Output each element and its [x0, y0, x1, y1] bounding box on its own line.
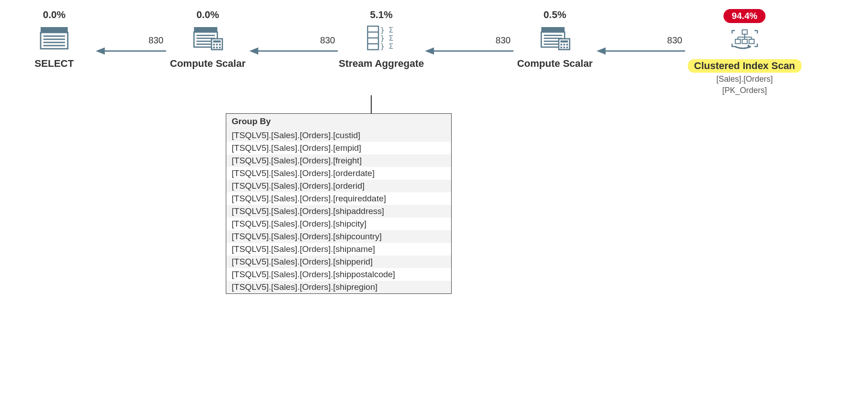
arrow-left-icon — [248, 47, 339, 56]
svg-rect-44 — [560, 47, 562, 48]
cost-label: 0.5% — [544, 9, 566, 21]
node-label: SELECT — [35, 58, 74, 70]
node-label: Compute Scalar — [517, 58, 593, 70]
group-by-column: [TSQLV5].[Sales].[Orders].[shippostalcod… — [226, 268, 451, 281]
execution-plan-row: 0.0% SELECT 830 0.0% — [14, 9, 854, 95]
plan-node-select[interactable]: 0.0% SELECT — [14, 9, 95, 70]
group-by-column: [TSQLV5].[Sales].[Orders].[shipregion] — [226, 281, 451, 293]
svg-text:} Σ: } Σ — [380, 42, 393, 51]
svg-rect-46 — [566, 47, 568, 48]
plan-node-stream-aggregate[interactable]: 5.1% } Σ } Σ } Σ Stream Aggregate — [339, 9, 424, 70]
svg-marker-32 — [425, 47, 434, 55]
group-by-column: [TSQLV5].[Sales].[Orders].[shipaddress] — [226, 205, 451, 218]
arrow: 830 — [248, 9, 339, 56]
group-by-column: [TSQLV5].[Sales].[Orders].[shipperid] — [226, 256, 451, 268]
svg-rect-17 — [216, 44, 218, 46]
group-by-column: [TSQLV5].[Sales].[Orders].[shipcity] — [226, 218, 451, 230]
row-count: 830 — [667, 35, 682, 46]
svg-rect-41 — [560, 44, 562, 46]
svg-rect-1 — [41, 33, 68, 49]
svg-rect-18 — [219, 44, 221, 46]
svg-rect-19 — [213, 47, 215, 48]
object-name: [Sales].[Orders] — [716, 74, 773, 84]
svg-rect-49 — [742, 30, 747, 34]
cost-badge: 94.4% — [723, 9, 765, 23]
svg-rect-8 — [194, 27, 218, 32]
arrow-left-icon — [95, 47, 167, 56]
cost-label: 0.0% — [43, 9, 65, 21]
svg-marker-23 — [249, 47, 258, 55]
svg-rect-56 — [742, 39, 747, 44]
group-by-column: [TSQLV5].[Sales].[Orders].[custid] — [226, 129, 451, 142]
row-count: 830 — [320, 35, 335, 46]
arrow: 830 — [424, 9, 514, 56]
cost-label: 0.0% — [196, 9, 219, 21]
group-by-detail: Group By [TSQLV5].[Sales].[Orders].[cust… — [226, 113, 452, 294]
index-name: [PK_Orders] — [722, 86, 767, 95]
plan-node-clustered-index-scan[interactable]: 94.4% Clustered Index Scan [Sales].[Orde… — [686, 9, 803, 95]
group-by-column: [TSQLV5].[Sales].[Orders].[freight] — [226, 154, 451, 167]
select-icon — [38, 24, 70, 51]
group-by-column: [TSQLV5].[Sales].[Orders].[requireddate] — [226, 192, 451, 205]
svg-text:} Σ: } Σ — [380, 34, 393, 42]
arrow: 830 — [95, 9, 167, 56]
detail-header: Group By — [226, 114, 451, 129]
svg-rect-57 — [749, 39, 754, 44]
svg-rect-33 — [541, 27, 565, 32]
svg-rect-40 — [560, 41, 568, 43]
plan-node-compute-scalar-1[interactable]: 0.0% Compute Scalar — [167, 9, 248, 70]
svg-rect-55 — [735, 39, 740, 44]
group-by-column: [TSQLV5].[Sales].[Orders].[empid] — [226, 142, 451, 154]
group-by-column: [TSQLV5].[Sales].[Orders].[orderid] — [226, 180, 451, 192]
node-label: Stream Aggregate — [339, 58, 424, 70]
connector-line — [14, 95, 691, 113]
svg-rect-16 — [213, 44, 215, 46]
row-count: 830 — [495, 35, 510, 46]
clustered-index-scan-icon — [728, 26, 761, 53]
stream-aggregate-icon: } Σ } Σ } Σ — [365, 24, 397, 51]
compute-scalar-icon — [191, 24, 224, 51]
arrow-left-icon — [424, 47, 514, 56]
svg-text:} Σ: } Σ — [380, 26, 393, 34]
group-by-column: [TSQLV5].[Sales].[Orders].[shipcountry] — [226, 230, 451, 243]
compute-scalar-icon — [539, 24, 571, 51]
row-count: 830 — [149, 35, 163, 46]
group-by-column: [TSQLV5].[Sales].[Orders].[orderdate] — [226, 167, 451, 180]
svg-rect-20 — [216, 47, 218, 48]
svg-rect-43 — [566, 44, 568, 46]
svg-marker-48 — [597, 47, 606, 55]
svg-rect-42 — [563, 44, 565, 46]
arrow: 830 — [596, 9, 686, 56]
svg-rect-21 — [219, 47, 221, 48]
svg-rect-45 — [563, 47, 565, 48]
cost-label: 5.1% — [370, 9, 392, 21]
plan-node-compute-scalar-2[interactable]: 0.5% Compute Scalar — [514, 9, 596, 70]
group-by-column: [TSQLV5].[Sales].[Orders].[shipname] — [226, 243, 451, 256]
svg-marker-7 — [96, 47, 105, 55]
arrow-left-icon — [596, 47, 686, 56]
node-label: Compute Scalar — [170, 58, 246, 70]
node-label: Clustered Index Scan — [688, 59, 802, 73]
svg-rect-0 — [41, 27, 68, 33]
svg-rect-15 — [213, 41, 221, 43]
